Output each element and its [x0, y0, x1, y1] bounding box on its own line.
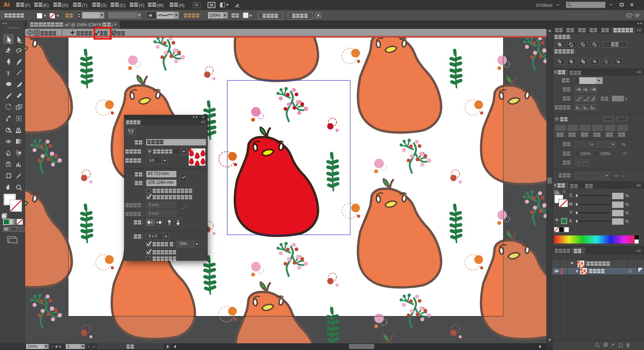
svg-text:T: T [6, 70, 10, 77]
